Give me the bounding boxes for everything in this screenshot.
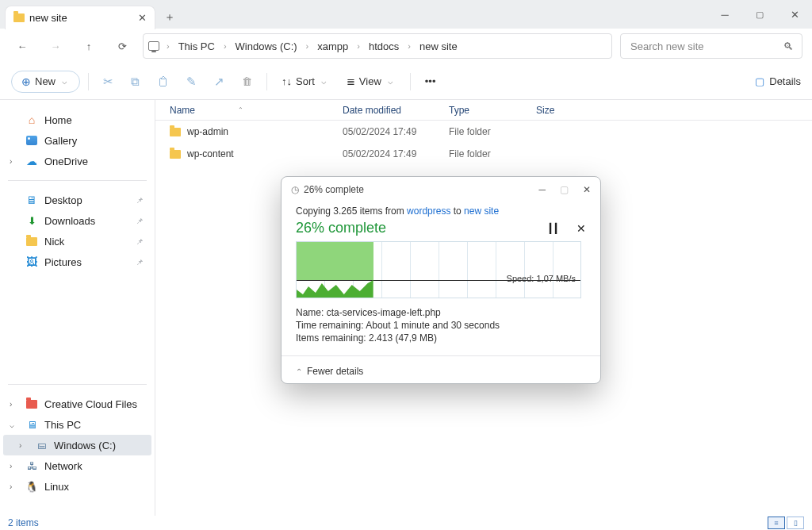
- desktop-icon: 🖥︎: [25, 194, 38, 206]
- trash-icon: 🗑︎: [242, 75, 252, 87]
- dialog-title: 26% complete: [304, 184, 364, 195]
- tab-new-site[interactable]: new site ✕: [5, 6, 155, 29]
- view-icon: ≣: [347, 75, 355, 87]
- share-icon: ↗: [214, 75, 224, 89]
- chevron-right-icon[interactable]: ›: [164, 41, 172, 51]
- share-button[interactable]: ↗: [208, 70, 231, 94]
- sidebar-item-nick[interactable]: Nick📌︎: [3, 231, 151, 252]
- details-button[interactable]: ▢ Details: [755, 75, 801, 87]
- expand-icon[interactable]: ›: [10, 482, 19, 491]
- sidebar-item-linux[interactable]: ›🐧Linux: [3, 476, 151, 497]
- file-name: wp-admin: [187, 126, 228, 137]
- address-bar[interactable]: › This PC › Windows (C:) › xampp › htdoc…: [143, 33, 612, 59]
- dest-link[interactable]: new site: [464, 205, 499, 217]
- sidebar-item-gallery[interactable]: Gallery: [3, 130, 151, 151]
- dialog-close-button[interactable]: ✕: [583, 184, 591, 195]
- toolbar: ⊕ New ⌵ ✂ ⧉ 📋︎ ✎ ↗ 🗑︎ ↑↓ Sort ⌵ ≣ View ⌵…: [0, 63, 812, 100]
- pin-icon: 📌︎: [136, 258, 144, 267]
- paste-button[interactable]: 📋︎: [151, 70, 175, 94]
- copy-button[interactable]: ⧉: [124, 70, 146, 94]
- close-tab-icon[interactable]: ✕: [138, 12, 147, 24]
- sort-button[interactable]: ↑↓ Sort ⌵: [275, 70, 335, 94]
- close-window-button[interactable]: ✕: [777, 0, 812, 29]
- column-name[interactable]: Name⌃: [155, 105, 335, 116]
- column-date[interactable]: Date modified: [335, 105, 441, 116]
- up-button[interactable]: ↑: [76, 33, 102, 59]
- expand-icon[interactable]: ›: [10, 462, 19, 470]
- minimize-button[interactable]: ─: [707, 0, 742, 29]
- refresh-button[interactable]: ⟳: [109, 33, 135, 59]
- breadcrumb[interactable]: htdocs: [366, 40, 402, 52]
- view-details-button[interactable]: ≡: [768, 517, 785, 529]
- paste-icon: 📋︎: [157, 75, 169, 88]
- sidebar-item-drive-c[interactable]: ›🖴Windows (C:): [3, 435, 151, 455]
- sidebar-item-desktop[interactable]: 🖥︎Desktop📌︎: [3, 190, 151, 210]
- new-button[interactable]: ⊕ New ⌵: [11, 71, 80, 93]
- chevron-right-icon[interactable]: ›: [405, 41, 413, 51]
- sort-label: Sort: [296, 75, 315, 87]
- view-button[interactable]: ≣ View ⌵: [340, 70, 402, 94]
- chevron-down-icon: ⌵: [385, 76, 396, 86]
- rename-button[interactable]: ✎: [180, 70, 203, 94]
- progress-fill: [297, 242, 373, 280]
- file-row[interactable]: wp-admin 05/02/2024 17:49 File folder: [155, 121, 812, 143]
- expand-icon[interactable]: ›: [10, 400, 19, 409]
- expand-icon[interactable]: ›: [10, 157, 19, 166]
- breadcrumb[interactable]: This PC: [175, 40, 218, 52]
- percent-complete: 26% complete: [296, 220, 550, 236]
- forward-button[interactable]: →: [43, 33, 68, 59]
- new-tab-button[interactable]: ＋: [159, 6, 181, 29]
- file-date: 05/02/2024 17:49: [335, 126, 441, 137]
- speed-graph: Speed: 1,07 MB/s: [296, 241, 581, 298]
- maximize-button[interactable]: ▢: [742, 0, 777, 29]
- separator: [8, 180, 147, 181]
- chevron-right-icon[interactable]: ›: [354, 41, 362, 51]
- dialog-minimize-button[interactable]: ─: [538, 184, 546, 195]
- sidebar-item-network[interactable]: ›🖧Network: [3, 455, 151, 476]
- chevron-right-icon[interactable]: ›: [221, 41, 229, 51]
- chevron-right-icon[interactable]: ›: [304, 41, 312, 51]
- fewer-details-button[interactable]: ⌃ Fewer details: [282, 356, 600, 386]
- expand-icon[interactable]: ›: [19, 441, 29, 450]
- back-button[interactable]: ←: [10, 33, 35, 59]
- separator: [88, 73, 89, 90]
- sidebar-item-creative[interactable]: ›Creative Cloud Files: [3, 394, 151, 414]
- source-link[interactable]: wordpress: [407, 205, 450, 217]
- copy-items-row: Items remaining: 2.413 (47,9 MB): [296, 332, 586, 344]
- file-row[interactable]: wp-content 05/02/2024 17:49 File folder: [155, 143, 812, 165]
- file-name: wp-content: [187, 148, 234, 159]
- breadcrumb[interactable]: Windows (C:): [232, 40, 301, 52]
- new-label: New: [35, 75, 56, 87]
- delete-button[interactable]: 🗑︎: [236, 70, 259, 94]
- search-box[interactable]: 🔍︎: [620, 33, 802, 59]
- sidebar-item-onedrive[interactable]: ›☁OneDrive: [3, 151, 151, 171]
- pause-button[interactable]: ▎▎: [550, 223, 561, 234]
- column-size[interactable]: Size: [528, 105, 592, 116]
- pictures-icon: 🖼︎: [25, 255, 38, 268]
- separator: [8, 384, 147, 385]
- chevron-up-icon: ⌃: [296, 367, 302, 376]
- sidebar-item-downloads[interactable]: ⬇Downloads📌︎: [3, 210, 151, 231]
- nav-bar: ← → ↑ ⟳ › This PC › Windows (C:) › xampp…: [0, 29, 812, 63]
- dialog-titlebar[interactable]: ◷ 26% complete ─ ▢ ✕: [282, 177, 600, 202]
- dialog-maximize-button[interactable]: ▢: [560, 184, 569, 195]
- sidebar-item-thispc[interactable]: ⌵🖥︎This PC: [3, 414, 151, 435]
- more-button[interactable]: •••: [419, 70, 442, 94]
- folder-icon: [26, 237, 37, 246]
- breadcrumb[interactable]: new site: [416, 40, 461, 52]
- item-count: 2 items: [8, 517, 39, 528]
- details-icon: ▢: [755, 75, 764, 87]
- speed-label: Speed: 1,07 MB/s: [507, 274, 576, 283]
- home-icon: ⌂: [25, 113, 38, 126]
- sidebar-item-home[interactable]: ⌂Home: [3, 109, 151, 130]
- column-type[interactable]: Type: [441, 105, 528, 116]
- cancel-button[interactable]: ✕: [576, 222, 586, 235]
- collapse-icon[interactable]: ⌵: [10, 421, 19, 429]
- copy-name-row: Name: cta-services-image-left.php: [296, 306, 586, 319]
- search-input[interactable]: [629, 40, 783, 53]
- cut-button[interactable]: ✂: [97, 70, 120, 94]
- view-large-button[interactable]: ▯: [787, 517, 804, 529]
- linux-icon: 🐧: [25, 481, 38, 493]
- sidebar-item-pictures[interactable]: 🖼︎Pictures📌︎: [3, 252, 151, 272]
- breadcrumb[interactable]: xampp: [314, 40, 351, 52]
